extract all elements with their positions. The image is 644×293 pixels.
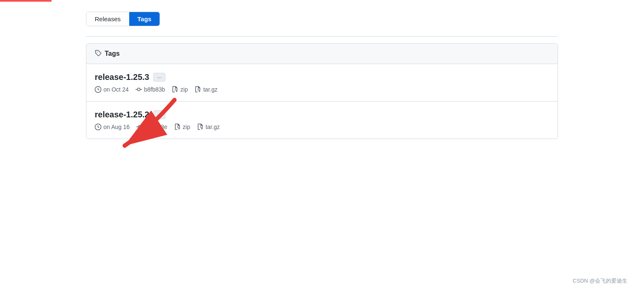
page-wrapper: Releases Tags Tags release-1.25.3 ··· xyxy=(0,0,644,293)
zip-link-2[interactable]: zip xyxy=(183,124,190,130)
tag-item-2: release-1.25.2 ··· on Aug 16 349c xyxy=(86,102,558,139)
tag-item: release-1.25.3 ··· on Oct 24 b8fb xyxy=(86,64,558,102)
commit-link-1[interactable]: b8fb83b xyxy=(144,86,165,93)
meta-commit-2: 349c63e xyxy=(136,124,167,130)
meta-date-1: on Oct 24 xyxy=(95,86,129,93)
zip-link-1[interactable]: zip xyxy=(180,86,188,93)
targz-icon-2 xyxy=(197,124,204,130)
tag-meta-1: on Oct 24 b8fb83b zip xyxy=(95,86,549,93)
tags-section: Tags release-1.25.3 ··· on Oct 24 xyxy=(86,43,558,139)
date-text-2: on Aug 16 xyxy=(103,124,130,130)
main-container: Releases Tags Tags release-1.25.3 ··· xyxy=(73,2,571,149)
meta-zip-1: zip xyxy=(172,86,188,93)
clock-icon xyxy=(95,86,101,93)
commit-icon-2 xyxy=(136,124,143,130)
meta-targz-2: tar.gz xyxy=(197,124,220,130)
zip-icon-1 xyxy=(172,86,178,93)
tag-name-row-2: release-1.25.2 ··· xyxy=(95,110,549,119)
tag-badge-2[interactable]: ··· xyxy=(153,110,165,119)
targz-icon-1 xyxy=(194,86,201,93)
tab-group: Releases Tags xyxy=(86,12,160,26)
watermark: CSDN @会飞的爱迪生 xyxy=(573,277,627,285)
tag-name-2: release-1.25.2 xyxy=(95,110,149,119)
date-text-1: on Oct 24 xyxy=(103,86,129,93)
clock-icon-2 xyxy=(95,124,101,130)
meta-commit-1: b8fb83b xyxy=(135,86,165,93)
section-divider xyxy=(86,36,558,37)
targz-link-2[interactable]: tar.gz xyxy=(206,124,220,130)
tab-releases[interactable]: Releases xyxy=(86,12,129,26)
tag-icon xyxy=(95,50,101,58)
meta-date-2: on Aug 16 xyxy=(95,124,130,130)
tags-header-label: Tags xyxy=(105,50,120,57)
tag-badge-1[interactable]: ··· xyxy=(153,73,165,82)
targz-link-1[interactable]: tar.gz xyxy=(203,86,217,93)
meta-zip-2: zip xyxy=(174,124,190,130)
zip-icon-2 xyxy=(174,124,181,130)
tag-name-1: release-1.25.3 xyxy=(95,72,149,82)
tags-section-header: Tags xyxy=(86,44,558,64)
tab-tags[interactable]: Tags xyxy=(129,12,160,26)
commit-icon-1 xyxy=(135,86,142,93)
meta-targz-1: tar.gz xyxy=(194,86,217,93)
commit-link-2[interactable]: 349c63e xyxy=(145,124,167,130)
tag-meta-2: on Aug 16 349c63e zip xyxy=(95,124,549,130)
tag-name-row: release-1.25.3 ··· xyxy=(95,72,549,82)
